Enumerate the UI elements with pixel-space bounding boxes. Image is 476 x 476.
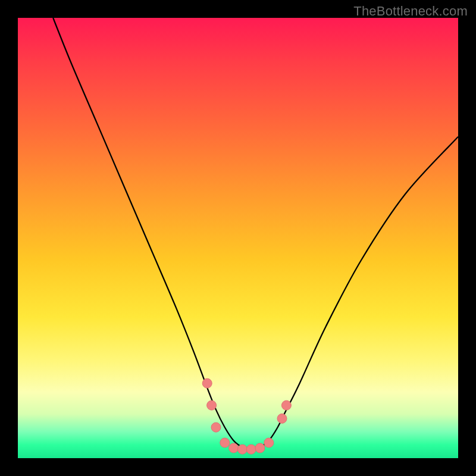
data-marker (237, 444, 247, 454)
bottleneck-curve (53, 18, 458, 449)
data-marker (202, 378, 212, 388)
data-marker (211, 422, 221, 432)
data-marker (264, 438, 274, 447)
data-marker (229, 443, 239, 453)
chart-svg (18, 18, 458, 458)
data-marker (255, 443, 265, 453)
chart-frame: TheBottleneck.com (0, 0, 476, 476)
data-marker (281, 400, 291, 410)
plot-area (18, 18, 458, 458)
watermark-text: TheBottleneck.com (353, 4, 468, 19)
data-marker (220, 438, 230, 447)
data-marker (246, 444, 256, 454)
marker-group (202, 378, 291, 454)
data-marker (277, 414, 287, 423)
data-marker (207, 400, 217, 410)
